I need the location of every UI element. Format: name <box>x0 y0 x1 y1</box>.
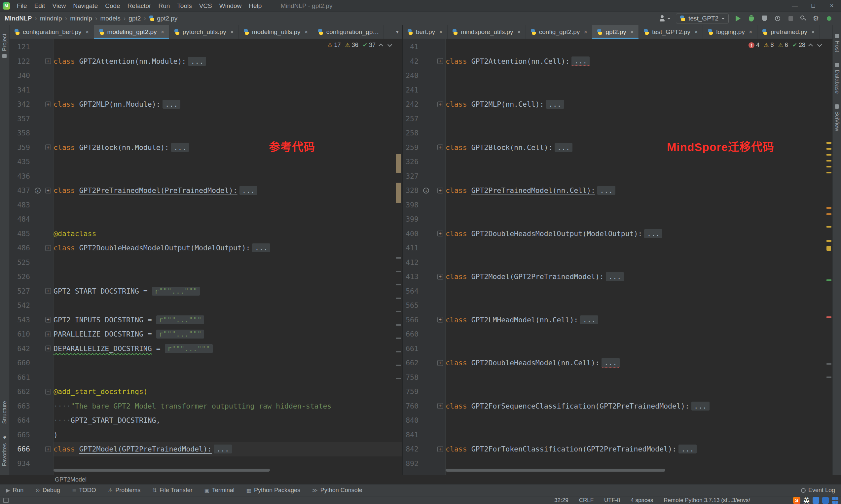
overridden-marker-icon[interactable]: ↓ <box>423 187 429 194</box>
code-text[interactable] <box>446 198 833 212</box>
ime-keyboard-icon[interactable] <box>822 497 829 504</box>
code-line[interactable]: 357 <box>10 112 402 126</box>
code-text[interactable] <box>54 356 402 370</box>
tab-close-icon[interactable]: × <box>694 29 698 36</box>
code-line[interactable]: 242+class GPT2MLP(nn.Cell):... <box>402 97 833 112</box>
stripe-mark[interactable] <box>826 317 831 318</box>
fold-marker-icon[interactable]: + <box>45 58 51 64</box>
menu-item-help[interactable]: Help <box>245 0 265 12</box>
window-close-button[interactable]: × <box>823 0 841 12</box>
line-number[interactable]: 660 <box>402 330 420 338</box>
line-number[interactable]: 666 <box>10 445 32 453</box>
code-text[interactable] <box>446 384 833 399</box>
code-text[interactable]: class GPT2Model(GPT2PreTrainedModel):... <box>446 270 833 284</box>
code-line[interactable]: 326 <box>402 155 833 169</box>
code-line[interactable]: 660 <box>402 327 833 342</box>
breadcrumb-item[interactable]: MindNLP <box>5 15 32 22</box>
debug-button[interactable] <box>747 15 755 22</box>
toolwindow-button-python-console[interactable]: ≫Python Console <box>312 487 362 494</box>
code-text[interactable]: class GPT2DoubleHeadsModelOutput(ModelOu… <box>54 241 402 255</box>
code-text[interactable] <box>446 428 833 442</box>
stripe-mark[interactable] <box>396 351 401 353</box>
line-number[interactable]: 359 <box>10 143 32 151</box>
code-text[interactable] <box>446 155 833 169</box>
code-line[interactable]: 842+class GPT2ForTokenClassification(GPT… <box>402 442 833 456</box>
code-text[interactable] <box>446 255 833 270</box>
tab-configuration-bert-py[interactable]: configuration_bert.py× <box>10 25 94 39</box>
code-text[interactable]: ····GPT2_START_DOCSTRING, <box>54 413 402 428</box>
status-item[interactable]: 4 spaces <box>631 497 653 504</box>
code-line[interactable]: 840 <box>402 413 833 428</box>
menu-item-tools[interactable]: Tools <box>174 0 195 12</box>
code-text[interactable]: class GPT2MLP(nn.Cell):... <box>446 97 833 112</box>
stripe-mark[interactable] <box>396 338 401 339</box>
line-number[interactable]: 543 <box>10 316 32 324</box>
inspection-count[interactable]: ⚠36 <box>345 42 358 49</box>
overridden-marker-icon[interactable]: ↓ <box>35 187 41 194</box>
code-text[interactable] <box>54 112 402 126</box>
horizontal-scrollbar[interactable] <box>54 469 270 472</box>
fold-marker-icon[interactable]: + <box>45 446 51 452</box>
line-number[interactable]: 934 <box>10 460 32 468</box>
tool-button-sciview[interactable]: SciView <box>834 104 840 131</box>
fold-marker-icon[interactable]: + <box>45 187 51 193</box>
code-text[interactable]: class GPT2LMHeadModel(nn.Cell):... <box>446 313 833 327</box>
code-text[interactable]: @dataclass <box>54 227 402 241</box>
toolwindow-button-python-packages[interactable]: ▦Python Packages <box>246 487 300 494</box>
code-line[interactable]: 412 <box>402 255 833 270</box>
code-text[interactable]: class GPT2Block(nn.Cell):... <box>446 140 833 155</box>
tab-bert-py[interactable]: bert.py× <box>402 25 448 39</box>
code-text[interactable]: ····"The bare GPT2 Model transformer out… <box>54 399 402 414</box>
code-line[interactable]: 437↓+class GPT2PreTrainedModel(PreTraine… <box>10 183 402 198</box>
line-number[interactable]: 327 <box>402 172 420 180</box>
line-number[interactable]: 437 <box>10 186 32 195</box>
line-number[interactable]: 341 <box>10 86 32 94</box>
menu-item-code[interactable]: Code <box>102 0 124 12</box>
stripe-mark[interactable] <box>826 363 831 365</box>
code-text[interactable]: class GPT2DoubleHeadsModelOutput(ModelOu… <box>446 227 833 241</box>
tab-close-icon[interactable]: × <box>85 29 89 36</box>
code-text[interactable]: @add_start_docstrings( <box>54 384 402 399</box>
code-line[interactable]: 485@dataclass <box>10 227 402 241</box>
code-line[interactable]: 664····GPT2_START_DOCSTRING, <box>10 413 402 428</box>
code-text[interactable]: class GPT2Attention(nn.Cell):... <box>446 54 833 69</box>
code-line[interactable]: 241 <box>402 83 833 97</box>
fold-marker-icon[interactable]: + <box>45 331 51 337</box>
code-line[interactable]: 662−@add_start_docstrings( <box>10 384 402 399</box>
toolwindow-switcher-icon[interactable] <box>3 498 8 503</box>
stripe-mark[interactable] <box>396 298 401 299</box>
tab-pytorch-utils-py[interactable]: pytorch_utils.py× <box>169 25 239 39</box>
line-number[interactable]: 400 <box>402 230 420 238</box>
stop-button[interactable] <box>787 15 795 22</box>
profiler-button[interactable] <box>774 15 782 22</box>
code-line[interactable]: 327 <box>402 169 833 184</box>
line-number[interactable]: 610 <box>10 330 32 338</box>
line-number[interactable]: 413 <box>402 272 420 281</box>
line-number[interactable]: 257 <box>402 114 420 123</box>
code-text[interactable]: class GPT2ForSequenceClassification(GPT2… <box>446 399 833 414</box>
code-line[interactable]: 359+class GPT2Block(nn.Module):... <box>10 140 402 155</box>
stripe-mark[interactable] <box>826 377 831 378</box>
code-line[interactable]: 665) <box>10 428 402 442</box>
line-number[interactable]: 122 <box>10 57 32 66</box>
code-line[interactable]: 240 <box>402 68 833 83</box>
fold-marker-icon[interactable]: + <box>437 274 443 280</box>
line-number[interactable]: 342 <box>10 100 32 108</box>
code-line[interactable]: 542 <box>10 298 402 313</box>
menu-item-run[interactable]: Run <box>155 0 174 12</box>
tab-close-icon[interactable]: × <box>517 29 521 36</box>
menu-item-file[interactable]: File <box>13 0 31 12</box>
stripe-mark[interactable] <box>826 207 831 209</box>
toolwindow-button-run[interactable]: ▶Run <box>6 487 23 494</box>
line-number[interactable]: 840 <box>402 416 420 425</box>
code-line[interactable]: 566+class GPT2LMHeadModel(nn.Cell):... <box>402 313 833 327</box>
code-line[interactable]: 483 <box>10 198 402 212</box>
fold-marker-icon[interactable]: + <box>437 187 443 193</box>
line-number[interactable]: 240 <box>402 71 420 79</box>
code-line[interactable]: 666+class GPT2Model(GPT2PreTrainedModel)… <box>10 442 402 456</box>
line-number[interactable]: 566 <box>402 316 420 324</box>
settings-gear-icon[interactable]: ⚙ <box>812 15 820 22</box>
fold-marker-icon[interactable]: + <box>437 145 443 150</box>
code-text[interactable] <box>54 212 402 227</box>
breadcrumb-item[interactable]: gpt2 <box>128 15 141 22</box>
